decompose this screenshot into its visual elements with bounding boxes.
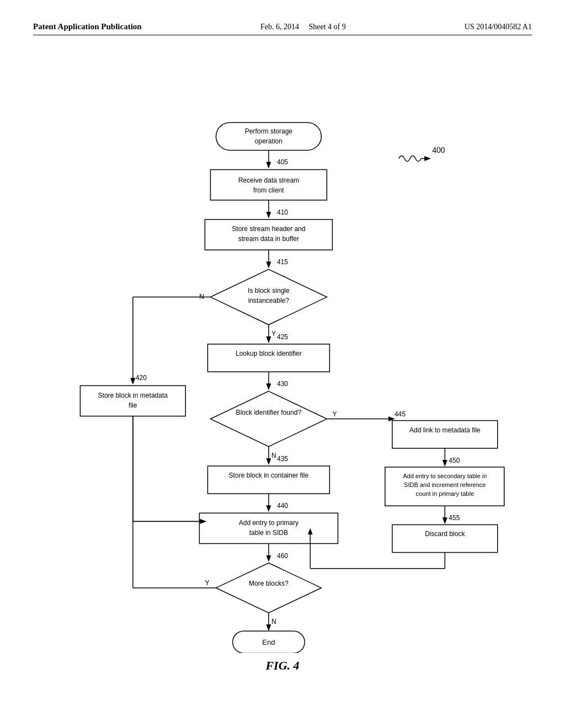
svg-text:425: 425 — [277, 333, 288, 341]
svg-text:Store stream header and: Store stream header and — [232, 225, 305, 233]
node-455 — [392, 524, 498, 552]
svg-text:430: 430 — [277, 380, 288, 388]
svg-text:Add link to metadata file: Add link to metadata file — [409, 426, 481, 434]
svg-text:Lookup block identifier: Lookup block identifier — [236, 350, 302, 357]
svg-text:Add entry to secondary table i: Add entry to secondary table in — [403, 473, 487, 479]
svg-text:435: 435 — [277, 455, 288, 463]
svg-text:410: 410 — [277, 208, 288, 216]
header-sheet: Sheet 4 of 9 — [308, 23, 345, 31]
node-420 — [80, 386, 185, 416]
header-patent-number: US 2014/0040582 A1 — [465, 23, 532, 31]
label-400: 400 — [432, 146, 445, 154]
svg-text:Store block in metadata: Store block in metadata — [98, 392, 168, 399]
node-start — [216, 122, 321, 150]
svg-text:N: N — [199, 293, 204, 301]
svg-text:file: file — [129, 402, 137, 409]
svg-text:operation: operation — [255, 137, 282, 145]
svg-text:445: 445 — [395, 410, 406, 418]
node-460 — [216, 563, 321, 613]
svg-text:stream data in buffer: stream data in buffer — [238, 235, 299, 243]
svg-text:N: N — [271, 618, 276, 625]
svg-text:Discard block: Discard block — [425, 530, 465, 538]
svg-text:instanceable?: instanceable? — [248, 297, 290, 304]
svg-text:440: 440 — [277, 502, 288, 510]
svg-text:Receive data stream: Receive data stream — [238, 176, 299, 184]
svg-text:from client: from client — [253, 186, 284, 194]
flowchart-svg: 400 Perform storage operation 405 Receiv… — [33, 46, 532, 653]
svg-text:Perform storage: Perform storage — [245, 127, 293, 135]
svg-text:More blocks?: More blocks? — [249, 580, 289, 587]
svg-text:Add entry to primary: Add entry to primary — [239, 519, 299, 527]
svg-text:455: 455 — [449, 514, 460, 522]
node-440 — [199, 513, 338, 543]
figure-caption: FIG. 4 — [33, 659, 532, 673]
node-445 — [392, 421, 498, 448]
diagram-area: 400 Perform storage operation 405 Receiv… — [33, 46, 532, 653]
svg-text:SIDB and increment reference: SIDB and increment reference — [404, 481, 486, 488]
header-date: Feb. 6, 2014 Sheet 4 of 9 — [260, 23, 346, 31]
svg-text:Y: Y — [205, 579, 209, 587]
node-405 — [210, 170, 327, 200]
header-publication-label: Patent Application Publication — [33, 22, 142, 31]
svg-text:405: 405 — [277, 158, 288, 166]
svg-text:Is block single: Is block single — [248, 287, 290, 295]
svg-text:count in primary table: count in primary table — [416, 490, 474, 497]
svg-text:Store block in container file: Store block in container file — [229, 472, 309, 479]
svg-text:460: 460 — [277, 552, 288, 560]
svg-text:Block identifier found?: Block identifier found? — [236, 409, 302, 416]
svg-text:Y: Y — [271, 330, 276, 338]
svg-text:450: 450 — [449, 457, 460, 464]
page: Patent Application Publication Feb. 6, 2… — [0, 0, 565, 728]
svg-text:415: 415 — [277, 258, 288, 266]
svg-text:End: End — [262, 638, 275, 646]
node-435 — [207, 466, 329, 494]
svg-text:Y: Y — [332, 410, 337, 418]
svg-text:table in SIDB: table in SIDB — [249, 529, 288, 537]
node-430 — [210, 391, 327, 446]
page-header: Patent Application Publication Feb. 6, 2… — [33, 22, 532, 35]
node-425 — [207, 344, 329, 372]
svg-text:N: N — [271, 452, 276, 459]
svg-text:420: 420 — [136, 374, 147, 382]
